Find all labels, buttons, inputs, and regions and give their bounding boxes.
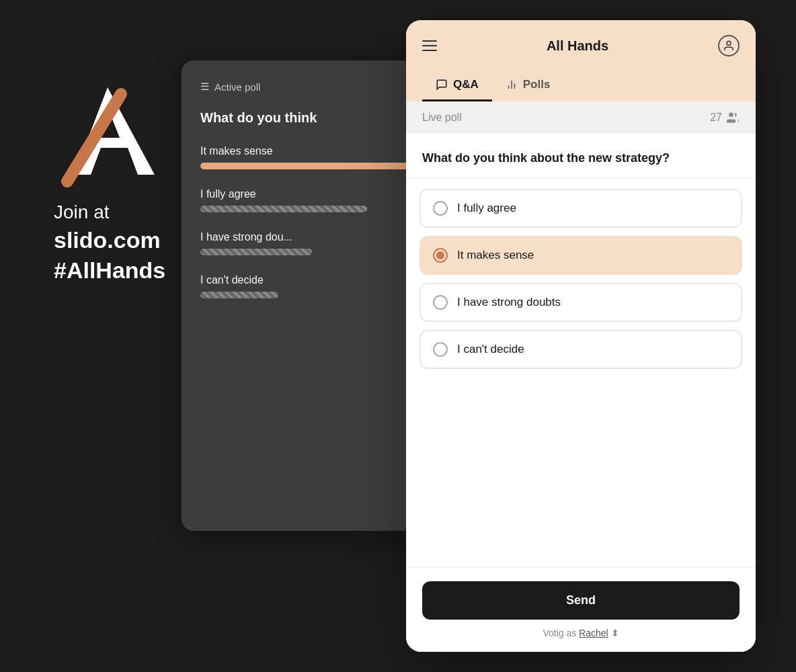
bar-striped-md: [200, 206, 367, 212]
list-icon: ☰: [200, 81, 209, 93]
join-hashtag: #AllHands: [54, 257, 165, 284]
tab-qa-label: Q&A: [453, 78, 479, 91]
option-makes-sense[interactable]: It makes sense: [420, 236, 742, 275]
option-makes-sense-label: It makes sense: [457, 249, 534, 262]
live-poll-number: 27: [710, 112, 722, 124]
radio-cant-decide: [433, 342, 448, 357]
options-list: I fully agree It makes sense I have stro…: [406, 178, 756, 380]
panel-footer: Send Votig as Rachel ⬍: [406, 567, 756, 652]
panel-body: Live poll 27 What do you think about the…: [406, 101, 756, 567]
live-poll-count: 27: [710, 111, 740, 124]
svg-point-3: [727, 41, 731, 45]
option-cant-decide[interactable]: I can't decide: [420, 330, 742, 369]
slido-logo: [54, 81, 161, 188]
option-fully-agree[interactable]: I fully agree: [420, 189, 742, 228]
voting-as: Votig as Rachel ⬍: [543, 628, 619, 638]
tabs-row: Q&A Polls: [422, 70, 740, 101]
radio-makes-sense: [433, 248, 448, 263]
live-poll-bar: Live poll 27: [406, 101, 756, 134]
svg-point-7: [729, 113, 733, 118]
live-poll-label: Live poll: [422, 112, 462, 124]
bar-solid: [200, 163, 409, 169]
tab-polls-label: Polls: [523, 78, 551, 91]
voting-as-prefix: Votig as: [543, 628, 579, 638]
poll-question: What do you think about the new strategy…: [406, 134, 756, 178]
tab-polls[interactable]: Polls: [492, 70, 564, 101]
chat-icon: [436, 79, 448, 91]
option-strong-doubts-label: I have strong doubts: [457, 296, 561, 309]
option-cant-decide-label: I can't decide: [457, 343, 524, 356]
menu-button[interactable]: [422, 40, 437, 51]
bar-striped-sm: [200, 249, 312, 255]
tab-qa[interactable]: Q&A: [422, 70, 492, 101]
voting-as-name[interactable]: Rachel: [579, 628, 608, 638]
panel-header: All Hands Q&A Polls: [406, 20, 756, 101]
live-poll-people-icon: [726, 111, 740, 124]
send-button[interactable]: Send: [422, 581, 740, 620]
join-at-text: Join at: [54, 202, 110, 223]
radio-makes-sense-dot: [436, 251, 444, 259]
dropdown-arrow[interactable]: ⬍: [611, 628, 619, 638]
option-strong-doubts[interactable]: I have strong doubts: [420, 283, 742, 322]
polls-icon: [506, 79, 518, 91]
join-url: slido.com: [54, 227, 161, 253]
panel-title: All Hands: [547, 38, 608, 54]
bar-striped-xs: [200, 292, 278, 298]
main-panel: All Hands Q&A Polls: [406, 20, 756, 652]
logo-area: Join at slido.com #AllHands: [54, 81, 165, 284]
panel-topbar: All Hands: [422, 35, 740, 56]
option-fully-agree-label: I fully agree: [457, 202, 516, 215]
radio-strong-doubts: [433, 295, 448, 310]
user-profile-button[interactable]: [718, 35, 740, 56]
radio-fully-agree: [433, 201, 448, 216]
